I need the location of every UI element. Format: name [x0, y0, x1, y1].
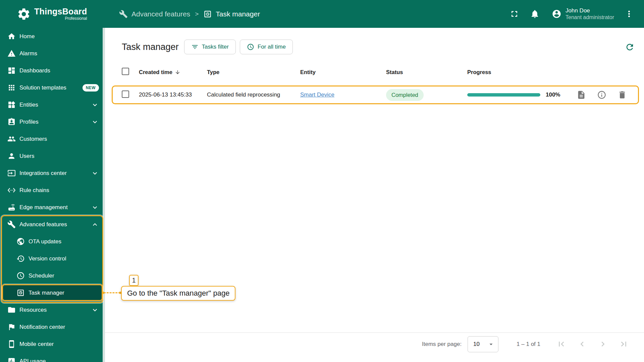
- profiles-icon: [7, 118, 16, 126]
- sidebar-item-entities[interactable]: Entities: [0, 96, 105, 113]
- notifications-button[interactable]: [530, 9, 540, 19]
- sidebar-scrollbar[interactable]: [103, 28, 105, 362]
- user-avatar[interactable]: [552, 9, 561, 19]
- progress-label: 100%: [546, 92, 560, 98]
- sidebar-item-ota-updates[interactable]: OTA updates: [0, 233, 105, 250]
- column-type[interactable]: Type: [207, 69, 300, 75]
- breadcrumb-advanced-features[interactable]: Advanced features: [119, 10, 190, 18]
- breadcrumb-label: Advanced features: [131, 10, 190, 18]
- info-icon: [597, 90, 606, 100]
- sidebar-item-task-manager[interactable]: Task manager: [0, 284, 105, 301]
- notification-center-icon: [7, 323, 16, 331]
- delete-task-button[interactable]: [618, 90, 627, 100]
- sidebar-item-advanced-features[interactable]: Advanced features: [0, 216, 105, 233]
- column-created-time[interactable]: Created time: [139, 69, 207, 75]
- rule-chains-icon: [7, 186, 16, 194]
- user-name: John Doe: [566, 7, 614, 14]
- app-root: ThingsBoard Professional Advanced featur…: [0, 0, 644, 362]
- page-body: Home Alarms Dashboards Solution template…: [0, 28, 644, 362]
- integrations-center-icon: [7, 169, 16, 177]
- sidebar-item-users[interactable]: Users: [0, 147, 105, 165]
- sidebar-item-mobile-center[interactable]: Mobile center: [0, 336, 105, 353]
- ota-updates-icon: [16, 237, 25, 246]
- column-label: Status: [386, 69, 403, 75]
- sidebar-item-resources[interactable]: Resources: [0, 301, 105, 318]
- first-page-icon: [556, 339, 566, 349]
- sidebar-item-label: Home: [19, 33, 35, 40]
- refresh-icon: [625, 42, 635, 52]
- breadcrumb-separator: >: [195, 10, 199, 18]
- task-info-button[interactable]: [597, 90, 606, 100]
- sidebar-item-dashboards[interactable]: Dashboards: [0, 62, 105, 79]
- breadcrumb-task-manager: Task manager: [203, 10, 260, 18]
- edge-management-icon: [7, 203, 16, 212]
- sidebar-item-label: Dashboards: [19, 67, 50, 74]
- fullscreen-button[interactable]: [509, 9, 519, 19]
- column-entity[interactable]: Entity: [300, 69, 386, 75]
- column-label: Type: [207, 69, 219, 75]
- user-info[interactable]: John Doe Tenant administrator: [566, 7, 614, 21]
- previous-page-button[interactable]: [577, 339, 587, 349]
- table-row[interactable]: 2025-06-13 13:45:33 Calculated field rep…: [112, 85, 639, 104]
- clock-icon: [247, 43, 254, 51]
- paginator: Items per page: 10 1 – 1 of 1: [105, 333, 644, 362]
- chevron-up-icon: [91, 221, 99, 229]
- tasks-filter-button[interactable]: Tasks filter: [184, 40, 236, 54]
- task-details-button[interactable]: [577, 90, 586, 100]
- sidebar-item-version-control[interactable]: Version control: [0, 250, 105, 267]
- chevron-down-icon: [91, 101, 99, 109]
- cell-status: Completed: [386, 89, 467, 101]
- cell-type: Calculated field reprocessing: [207, 92, 300, 98]
- chevron-left-icon: [577, 339, 587, 349]
- sidebar-item-label: Alarms: [19, 50, 37, 57]
- sidebar-item-home[interactable]: Home: [0, 28, 105, 45]
- time-filter-button[interactable]: For all time: [240, 40, 293, 54]
- sidebar-item-api-usage[interactable]: API usage: [0, 353, 105, 362]
- new-badge: NEW: [83, 84, 99, 92]
- cell-entity: Smart Device: [300, 92, 386, 98]
- items-per-page-select[interactable]: 10: [468, 336, 498, 352]
- users-icon: [7, 152, 16, 160]
- column-progress[interactable]: Progress: [467, 69, 577, 75]
- resources-icon: [7, 306, 16, 314]
- sidebar-item-label: Rule chains: [19, 187, 49, 194]
- page-toolbar: Task manager Tasks filter For all time: [122, 39, 635, 55]
- last-page-button[interactable]: [619, 339, 629, 349]
- document-icon: [577, 90, 586, 100]
- thingsboard-logo[interactable]: ThingsBoard Professional: [0, 7, 105, 21]
- sidebar-item-notification-center[interactable]: Notification center: [0, 318, 105, 336]
- progress-bar: [467, 93, 540, 97]
- sidebar-item-customers[interactable]: Customers: [0, 130, 105, 147]
- row-actions: [577, 90, 638, 100]
- cell-created-time: 2025-06-13 13:45:33: [139, 92, 207, 98]
- refresh-button[interactable]: [625, 42, 635, 52]
- entities-icon: [7, 101, 16, 109]
- tasks-table: Created time Type Entity Status Progress…: [112, 64, 639, 104]
- cell-progress: 100%: [467, 92, 577, 98]
- sidebar-item-rule-chains[interactable]: Rule chains: [0, 182, 105, 199]
- app-edition: Professional: [65, 16, 87, 21]
- sidebar-item-label: Users: [19, 153, 34, 160]
- time-filter-label: For all time: [258, 44, 286, 50]
- sidebar-item-edge-management[interactable]: Edge management: [0, 199, 105, 216]
- mobile-center-icon: [7, 340, 16, 348]
- app-name: ThingsBoard: [34, 7, 87, 16]
- sidebar-item-solution-templates[interactable]: Solution templates NEW: [0, 79, 105, 96]
- sidebar-item-integrations-center[interactable]: Integrations center: [0, 165, 105, 182]
- dashboards-icon: [7, 66, 16, 75]
- sidebar-item-alarms[interactable]: Alarms: [0, 45, 105, 62]
- account-circle-icon: [552, 9, 561, 19]
- api-usage-icon: [7, 357, 16, 362]
- entity-link[interactable]: Smart Device: [300, 92, 334, 98]
- page-title: Task manager: [122, 42, 179, 52]
- sidebar-item-scheduler[interactable]: Scheduler: [0, 267, 105, 284]
- more-menu-button[interactable]: [624, 9, 634, 19]
- select-all-checkbox[interactable]: [122, 68, 129, 75]
- first-page-button[interactable]: [556, 339, 566, 349]
- next-page-button[interactable]: [598, 339, 608, 349]
- sidebar-item-profiles[interactable]: Profiles: [0, 113, 105, 130]
- row-checkbox[interactable]: [122, 90, 129, 98]
- chevron-down-icon: [91, 169, 99, 177]
- chevron-down-icon: [91, 306, 99, 314]
- column-status[interactable]: Status: [386, 69, 467, 75]
